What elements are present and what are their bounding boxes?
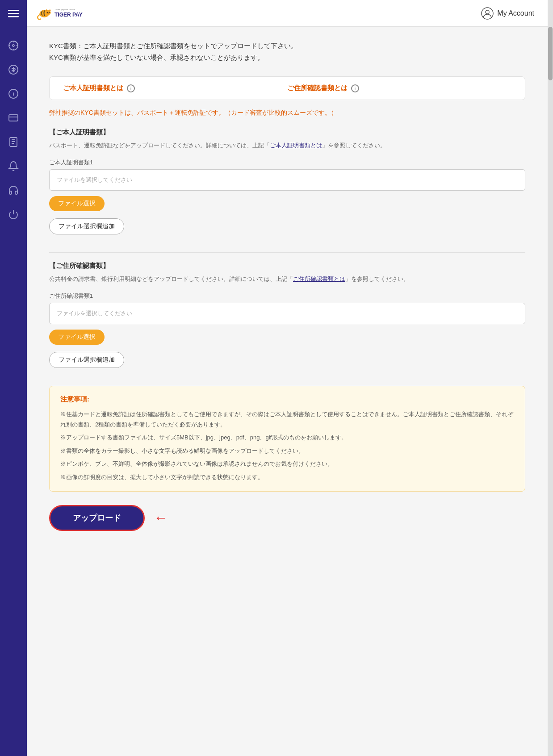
notice-line-5: ※画像の鮮明度の目安は、拡大して小さい文字が判読できる状態になります。 xyxy=(60,472,514,482)
kyc-intro-text-line1: KYC書類：ご本人証明書類とご住所確認書類をセットでアップロードして下さい。 xyxy=(49,40,525,52)
id-desc-pre: パスポート、運転免許証などをアップロードしてください。詳細については、上記「 xyxy=(49,142,270,149)
address-section-title: 【ご住所確認書類】 xyxy=(49,262,525,270)
id-desc-post: 」を参照してください。 xyxy=(322,142,386,149)
sidebar-item-dashboard[interactable] xyxy=(4,36,23,55)
account-label: My Account xyxy=(497,9,534,17)
svg-point-17 xyxy=(49,12,50,13)
recommendation-text: 弊社推奨のKYC書類セットは、パスポート＋運転免許証です。（カード審査が比較的ス… xyxy=(49,109,525,117)
svg-rect-2 xyxy=(8,16,19,17)
main-wrapper: Global payment solution TIGER PAY My Acc… xyxy=(27,0,548,756)
svg-point-22 xyxy=(486,10,489,14)
upload-section: アップロード ← xyxy=(49,505,525,531)
svg-point-4 xyxy=(13,45,14,46)
tab-id-info-icon[interactable]: i xyxy=(127,84,135,92)
address-file-select-button[interactable]: ファイル選択 xyxy=(49,330,105,345)
svg-rect-7 xyxy=(9,115,18,121)
address-add-field-button[interactable]: ファイル選択欄追加 xyxy=(49,352,124,368)
tab-id-docs[interactable]: ご本人証明書類とは i xyxy=(63,84,287,92)
sidebar-item-notifications[interactable] xyxy=(4,156,23,176)
notice-title: 注意事項: xyxy=(60,395,514,404)
upload-button[interactable]: アップロード xyxy=(49,505,145,531)
account-menu[interactable]: My Account xyxy=(481,7,534,20)
id-add-field-button[interactable]: ファイル選択欄追加 xyxy=(49,218,124,234)
address-field-label: ご住所確認書類1 xyxy=(49,292,525,300)
svg-text:Global payment solution: Global payment solution xyxy=(55,8,75,11)
tab-address-docs[interactable]: ご住所確認書類とは i xyxy=(287,84,511,92)
sidebar-item-logout[interactable] xyxy=(4,205,23,224)
kyc-intro-text-line2: KYC書類が基準を満たしていない場合、承認されないことがあります。 xyxy=(49,52,525,63)
sidebar-item-currency[interactable] xyxy=(4,60,23,79)
notice-line-4: ※ピンボケ、ブレ、不鮮明、全体像が撮影されていない画像は承認されませんのでお気を… xyxy=(60,459,514,469)
id-file-input-display[interactable]: ファイルを選択してください xyxy=(49,169,525,191)
top-header: Global payment solution TIGER PAY My Acc… xyxy=(27,0,548,27)
address-desc-post: 」を参照してください。 xyxy=(345,276,409,282)
tab-header: ご本人証明書類とは i ご住所確認書類とは i xyxy=(49,76,525,100)
id-section-desc: パスポート、運転免許証などをアップロードしてください。詳細については、上記「ご本… xyxy=(49,141,525,150)
id-file-select-button[interactable]: ファイル選択 xyxy=(49,196,105,211)
sidebar xyxy=(0,0,27,756)
notice-line-1: ※住基カードと運転免許証は住所確認書類としてもご使用できますが、その際はご本人証… xyxy=(60,409,514,430)
id-section-title: 【ご本人証明書類】 xyxy=(49,128,525,137)
notice-box: 注意事項: ※住基カードと運転免許証は住所確認書類としてもご使用できますが、その… xyxy=(49,386,525,492)
scrollbar-thumb[interactable] xyxy=(548,27,553,80)
id-documents-section: 【ご本人証明書類】 パスポート、運転免許証などをアップロードしてください。詳細に… xyxy=(49,128,525,239)
sidebar-item-support[interactable] xyxy=(4,180,23,200)
kyc-intro: KYC書類：ご本人証明書類とご住所確認書類をセットでアップロードして下さい。 K… xyxy=(49,40,525,63)
hamburger-button[interactable] xyxy=(0,0,27,27)
svg-rect-0 xyxy=(8,10,19,11)
tab-address-info-icon[interactable]: i xyxy=(351,84,359,92)
logo: Global payment solution TIGER PAY xyxy=(36,5,89,22)
id-field-label: ご本人証明書類1 xyxy=(49,159,525,167)
account-icon xyxy=(481,7,494,20)
sidebar-item-document[interactable] xyxy=(4,132,23,152)
tab-id-label: ご本人証明書類とは xyxy=(63,84,123,92)
svg-rect-1 xyxy=(8,13,19,14)
address-file-input-display[interactable]: ファイルを選択してください xyxy=(49,303,525,324)
sidebar-icon-list xyxy=(4,27,23,756)
page-content: KYC書類：ご本人証明書類とご住所確認書類をセットでアップロードして下さい。 K… xyxy=(27,27,548,756)
address-desc-pre: 公共料金の請求書、銀行利用明細などをアップロードしてください。詳細については、上… xyxy=(49,276,293,282)
svg-rect-8 xyxy=(10,138,17,146)
logo-area: Global payment solution TIGER PAY xyxy=(36,5,89,22)
sidebar-item-card[interactable] xyxy=(4,108,23,128)
sidebar-item-info[interactable] xyxy=(4,84,23,104)
address-desc-link[interactable]: ご住所確認書類とは xyxy=(293,276,345,282)
svg-point-16 xyxy=(47,12,48,13)
svg-text:TIGER PAY: TIGER PAY xyxy=(54,11,83,17)
address-section-desc: 公共料金の請求書、銀行利用明細などをアップロードしてください。詳細については、上… xyxy=(49,275,525,284)
notice-line-2: ※アップロードする書類ファイルは、サイズ5MB以下、jpg、jpeg、pdf、p… xyxy=(60,432,514,443)
address-documents-section: 【ご住所確認書類】 公共料金の請求書、銀行利用明細などをアップロードしてください… xyxy=(49,262,525,372)
section-divider xyxy=(49,252,525,253)
id-desc-link[interactable]: ご本人証明書類とは xyxy=(270,142,322,149)
svg-point-18 xyxy=(47,13,49,14)
arrow-icon: ← xyxy=(154,510,168,526)
notice-line-3: ※書類の全体をカラー撮影し、小さな文字も読める鮮明な画像をアップロードしてくださ… xyxy=(60,446,514,456)
tab-address-label: ご住所確認書類とは xyxy=(287,84,348,92)
notice-text: ※住基カードと運転免許証は住所確認書類としてもご使用できますが、その際はご本人証… xyxy=(60,409,514,482)
scrollbar[interactable] xyxy=(548,0,553,756)
